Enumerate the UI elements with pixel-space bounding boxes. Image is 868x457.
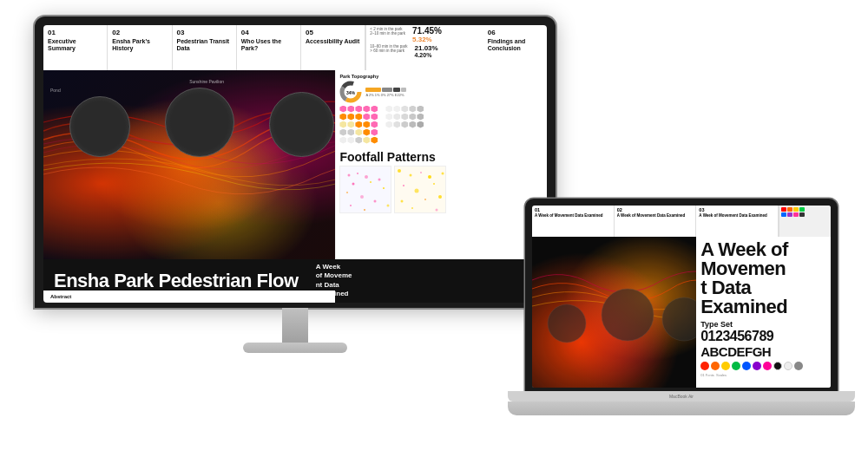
topo-color-bars: A 2% 1% 0% 27% E22% xyxy=(365,87,543,97)
hex-patterns xyxy=(339,106,543,147)
nav-stats-panel: < 2 min in the park 2–10 min in the park… xyxy=(365,25,483,70)
svg-point-8 xyxy=(352,182,355,185)
laptop-nav-title-01: A Week of Movement Data Examined xyxy=(535,213,603,218)
topo-label: Park Topography xyxy=(339,74,543,79)
swatch-green xyxy=(732,362,740,370)
laptop-small-info: 01 Fonts Scales xyxy=(700,373,826,377)
subtitle-line3: nt Data xyxy=(316,281,339,289)
nav-number-02: 02 xyxy=(112,29,167,36)
laptop-nav-02[interactable]: 02 A Week of Movement Data Examined xyxy=(615,206,697,237)
nav-item-04[interactable]: 04 Who Uses the Park? xyxy=(237,25,301,70)
swatch-pink xyxy=(763,362,772,370)
pond-label: Pond xyxy=(50,88,61,93)
nav-number-05: 05 xyxy=(306,29,360,36)
svg-point-7 xyxy=(365,175,368,179)
laptop-base xyxy=(508,402,855,415)
monitor-screen: 01 Executive Summary 02 Ensha Park's His… xyxy=(43,25,547,303)
laptop-color-panel xyxy=(779,206,831,237)
scene: 01 Executive Summary 02 Ensha Park's His… xyxy=(9,8,859,450)
swatch-purple xyxy=(753,362,761,370)
nav-title-05: Accessibility Audit xyxy=(306,38,360,45)
laptop: 01 A Week of Movement Data Examined 02 A… xyxy=(508,199,855,415)
svg-point-29 xyxy=(411,207,413,209)
laptop-type-label: Type Set xyxy=(700,320,826,329)
svg-point-15 xyxy=(350,205,352,206)
footfall-title: Footfall Patterns xyxy=(339,151,543,163)
stat-label-over60: > 60 min in the park xyxy=(370,49,407,53)
swatch-white xyxy=(784,362,792,370)
stat-label-under2: < 2 min in the park xyxy=(370,27,405,31)
nav-item-05[interactable]: 05 Accessibility Audit xyxy=(301,25,365,70)
nav-item-06[interactable]: 06 Findings and Conclusion xyxy=(483,25,547,70)
swatch-yellow xyxy=(721,362,730,370)
topo-donut-chart: 34% xyxy=(339,81,362,103)
nav-item-02[interactable]: 02 Ensha Park's History xyxy=(108,25,172,70)
stat-label-range: 10–60 min in the park xyxy=(370,44,407,49)
laptop-nav-num-03: 03 xyxy=(699,207,775,212)
svg-point-11 xyxy=(346,192,348,193)
subtitle-line2: of Moveme xyxy=(316,271,352,279)
laptop-alphabet: ABCDEFGH xyxy=(700,344,826,359)
laptop-nav-03[interactable]: 03 A Week of Movement Data Examined xyxy=(696,206,779,237)
svg-point-30 xyxy=(436,208,438,211)
svg-point-32 xyxy=(548,304,586,343)
laptop-hinge: MacBook Air xyxy=(508,391,855,402)
laptop-title-l4: Examined xyxy=(700,296,787,317)
svg-point-20 xyxy=(420,172,422,173)
stat-val-over60: 4.20% xyxy=(415,52,438,58)
laptop-flow-svg xyxy=(532,237,696,388)
nav-item-03[interactable]: 03 Pedestrian Transit Data xyxy=(173,25,237,70)
abstract-bar: Abstract xyxy=(43,291,335,303)
laptop-nav-title-03: A Week of Movement Data Examined xyxy=(699,213,767,218)
laptop-content: A Week of Movemen t Data Examined Type S… xyxy=(532,237,831,388)
svg-point-6 xyxy=(357,173,358,174)
nav-title-06: Findings and Conclusion xyxy=(488,38,542,53)
svg-point-23 xyxy=(403,185,404,186)
stat-val-range: 21.03% xyxy=(415,44,438,52)
laptop-nav: 01 A Week of Movement Data Examined 02 A… xyxy=(532,206,831,237)
svg-point-5 xyxy=(348,173,351,176)
svg-point-22 xyxy=(442,172,444,174)
monitor-stand-neck xyxy=(282,308,308,343)
obstacle-1 xyxy=(69,96,130,157)
svg-point-25 xyxy=(433,183,435,185)
nav-number-04: 04 xyxy=(241,29,296,36)
nav-item-01[interactable]: 01 Executive Summary xyxy=(43,25,108,70)
obstacle-3 xyxy=(269,92,334,157)
stat-val-under2: 71.45% xyxy=(412,27,442,36)
stat-val-over2: 5.32% xyxy=(412,36,442,43)
laptop-nav-01[interactable]: 01 A Week of Movement Data Examined xyxy=(532,206,615,237)
svg-point-13 xyxy=(383,187,385,189)
abstract-label: Abstract xyxy=(50,294,71,299)
laptop-nav-num-01: 01 xyxy=(535,207,611,212)
monitor-visualization: Sunshine Pavilion Pond xyxy=(43,70,335,259)
laptop-screen: 01 A Week of Movement Data Examined 02 A… xyxy=(532,206,831,388)
monitor-main-title: Ensha Park Pedestrian Flow xyxy=(54,270,299,292)
svg-point-14 xyxy=(374,199,377,202)
monitor-bezel: 01 Executive Summary 02 Ensha Park's His… xyxy=(35,16,556,308)
obstacle-2 xyxy=(165,88,234,157)
svg-point-16 xyxy=(387,204,390,206)
location-label: Sunshine Pavilion xyxy=(189,79,224,84)
nav-number-01: 01 xyxy=(48,29,102,36)
laptop-bottom-label: MacBook Air xyxy=(669,394,694,399)
svg-point-19 xyxy=(410,173,412,176)
svg-point-33 xyxy=(662,297,696,341)
svg-point-10 xyxy=(378,178,381,180)
laptop-numbers: 0123456789 xyxy=(700,329,826,344)
svg-point-12 xyxy=(360,195,364,199)
svg-point-28 xyxy=(438,195,442,199)
svg-point-18 xyxy=(398,169,401,173)
svg-point-27 xyxy=(424,199,426,200)
svg-point-26 xyxy=(401,199,404,202)
svg-text:34%: 34% xyxy=(346,90,356,95)
swatch-orange xyxy=(711,362,720,370)
laptop-right-panel: A Week of Movemen t Data Examined Type S… xyxy=(696,237,831,388)
laptop-left-viz xyxy=(532,237,696,388)
monitor-nav: 01 Executive Summary 02 Ensha Park's His… xyxy=(43,25,547,70)
swatch-grey xyxy=(794,362,803,370)
subtitle-line1: A Week xyxy=(316,263,340,271)
swatch-red xyxy=(700,362,709,370)
swatch-black xyxy=(773,362,782,370)
laptop-screen-part: 01 A Week of Movement Data Examined 02 A… xyxy=(525,199,838,391)
